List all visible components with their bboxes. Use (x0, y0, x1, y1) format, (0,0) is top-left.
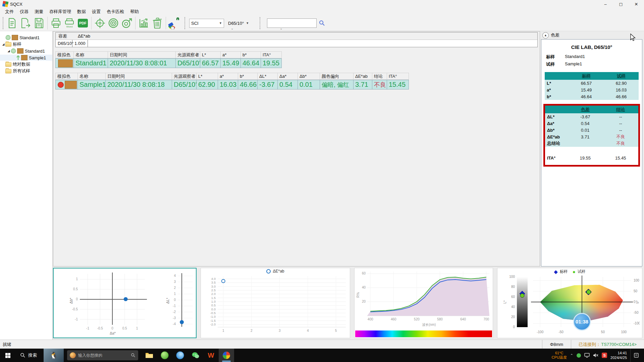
col-verdict[interactable]: 结论 (372, 73, 387, 80)
notification-center-icon[interactable] (630, 349, 642, 362)
tolerance-illuminant-cell[interactable]: D65/10° (56, 40, 72, 47)
standard-datetime: 2020/11/30 8:08:01 (108, 58, 176, 68)
widget-search-box[interactable]: 输入你想搜的 (67, 350, 138, 360)
col-b[interactable]: b* (238, 73, 258, 80)
standard-row[interactable]: Standard1 2020/11/30 8:08:01 D65/10° 66.… (55, 58, 538, 68)
new-document-button[interactable] (5, 16, 19, 30)
cpu-temp-indicator[interactable]: 61°C CPU温度 (552, 351, 567, 360)
svg-text:2: 2 (251, 329, 253, 333)
sqcx-app-icon[interactable] (219, 349, 234, 362)
svg-text:3: 3 (279, 329, 281, 333)
analysis-button[interactable] (137, 16, 151, 30)
menu-sample-library[interactable]: 存样库管理 (46, 8, 74, 15)
col-da[interactable]: Δa* (278, 73, 298, 80)
collapse-icon[interactable]: ▲ (542, 32, 549, 39)
taskbar-search[interactable]: 搜索 (15, 349, 42, 362)
col-illuminant[interactable]: 光源观察者 (176, 51, 200, 58)
toolbar-overflow-chevron[interactable]: ⌄ (231, 26, 233, 30)
calibrate-button[interactable] (93, 16, 107, 30)
col-dL[interactable]: ΔL* (258, 73, 278, 80)
tree-item-sample1[interactable]: Sample1 (0, 55, 52, 61)
tray-green-icon[interactable] (577, 353, 581, 358)
toolbar-handle[interactable] (184, 17, 185, 29)
chart-panel-spectral[interactable]: 204060400460520580640700波长(nm)R% (354, 268, 493, 338)
sample-row[interactable]: Sample1 2020/11/30 8:08:18 D65/10° 62.90… (55, 80, 538, 89)
save-icon (34, 18, 44, 28)
menu-instrument[interactable]: 仪器 (17, 8, 32, 15)
col-de[interactable]: ΔE*ab (354, 73, 372, 80)
col-L[interactable]: L* (200, 51, 221, 58)
col-ita[interactable]: ITA° (387, 73, 409, 80)
minimize-button[interactable]: – (598, 0, 613, 8)
title-bar: SQCX – ◻ ✕ (0, 0, 644, 8)
speaker-icon[interactable] (593, 353, 598, 358)
toolbar-overflow-chevron[interactable]: ⌄ (280, 26, 282, 30)
maximize-button[interactable]: ◻ (613, 0, 629, 8)
chart-panel-dadb[interactable]: -1-0.500.5110.50-0.5-1Δa*Δb*43210-1-2-3-… (53, 268, 197, 338)
word-app-icon[interactable]: W (203, 349, 219, 362)
menu-settings[interactable]: 设置 (89, 8, 104, 15)
sogou-input-icon[interactable]: S (602, 353, 607, 358)
browser-blue-icon[interactable] (172, 349, 188, 362)
svg-text:Δa*: Δa* (110, 331, 116, 335)
tree-expand-icon[interactable]: ◢ (1, 43, 5, 46)
export-pdf-button[interactable]: PDF (76, 16, 90, 30)
col-simcolor[interactable]: 模拟色 (55, 73, 78, 80)
sample-marker-icon: ● (573, 270, 576, 274)
measure-standard-button[interactable] (107, 16, 120, 30)
export-button[interactable] (19, 16, 32, 30)
ita-row: ITA°19.5515.45 (545, 154, 638, 162)
delete-button[interactable] (151, 16, 164, 30)
menu-data[interactable]: 数据 (74, 8, 89, 15)
taskbar-clock[interactable]: 14:41 2024/4/25 (610, 351, 627, 360)
tree-item-absolute-data[interactable]: 绝对数据 (0, 61, 52, 67)
tray-expand-icon[interactable]: ⌃ (570, 353, 573, 358)
tree-item-standard1-top[interactable]: Standard1 (0, 35, 52, 41)
col-a[interactable]: a* (218, 73, 238, 80)
close-button[interactable]: ✕ (629, 0, 644, 8)
mode-select[interactable]: SCI ▼ (189, 19, 224, 28)
col-L[interactable]: L* (197, 73, 218, 80)
menu-help[interactable]: 帮助 (127, 8, 142, 15)
col-datetime[interactable]: 日期时间 (106, 73, 172, 80)
menu-measure[interactable]: 测量 (32, 8, 46, 15)
export-word-button[interactable]: Word (63, 16, 76, 30)
chart-panel-gamut[interactable]: ◆ 标样 ● 试样 020406080100L*-100-50501001005… (497, 268, 642, 338)
chevron-down-icon: ▼ (219, 21, 222, 25)
col-b[interactable]: b* (241, 51, 261, 58)
save-button[interactable] (32, 16, 46, 30)
measure-sample-button[interactable] (120, 16, 133, 30)
menu-colorcard-match[interactable]: 色卡匹检 (104, 8, 127, 15)
tree-item-standards-folder[interactable]: ◢ 标样 (0, 41, 52, 47)
sample-arrow-icon (16, 55, 20, 60)
search-icon[interactable] (319, 20, 325, 26)
spotlight-photo-tile[interactable]: 🐧 (44, 349, 64, 362)
col-name[interactable]: 名称 (74, 51, 108, 58)
toolbar-handle[interactable] (3, 17, 3, 29)
start-button[interactable] (0, 349, 15, 362)
chart-panel-de-trend[interactable]: ΔE*ab 4.03.53.02.52.01.51.00.50.0-0.5-1.… (201, 268, 350, 338)
monitor-icon[interactable] (584, 353, 590, 358)
tolerance-value-cell[interactable]: 1.000 (72, 40, 88, 47)
col-name[interactable]: 名称 (78, 73, 106, 80)
color-match-button[interactable] (168, 16, 181, 30)
tree-item-all-samples[interactable]: 所有试样 (0, 68, 52, 74)
toolbar: Word PDF (0, 15, 644, 31)
menu-file[interactable]: 文件 (2, 8, 17, 15)
col-bias[interactable]: 颜色偏向 (320, 73, 354, 80)
browser-green-icon[interactable] (157, 349, 172, 362)
tree-item-standard1[interactable]: ◢ Standard1 (0, 48, 52, 54)
col-ita[interactable]: ITA° (261, 51, 282, 58)
col-db[interactable]: Δb* (298, 73, 320, 80)
file-explorer-icon[interactable] (142, 349, 157, 362)
illuminant-select[interactable]: D65/10° ▼ (226, 21, 251, 26)
col-datetime[interactable]: 日期时间 (108, 51, 176, 58)
toolbar-handle[interactable] (260, 17, 260, 29)
col-simcolor[interactable]: 模拟色 (55, 51, 74, 58)
col-illuminant[interactable]: 光源观察者 (172, 73, 197, 80)
search-input[interactable] (267, 18, 317, 28)
tree-expand-icon[interactable]: ◢ (7, 49, 11, 53)
wechat-icon[interactable] (188, 349, 203, 362)
col-a[interactable]: a* (221, 51, 241, 58)
print-button[interactable] (49, 16, 63, 30)
